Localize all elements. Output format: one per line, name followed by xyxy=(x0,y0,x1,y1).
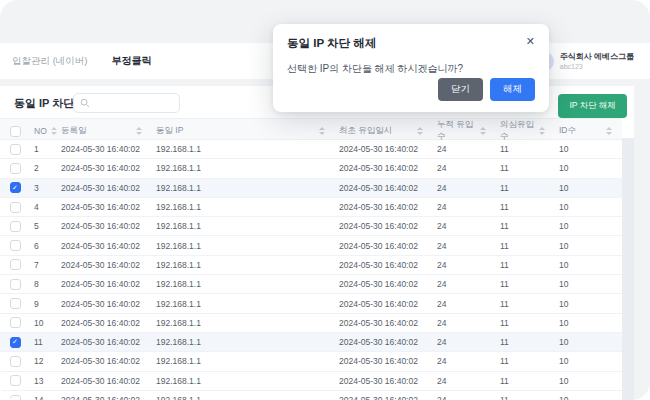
table-row[interactable]: 92024-05-30 16:40:02192.168.1.12024-05-3… xyxy=(0,294,622,313)
row-checkbox[interactable] xyxy=(10,279,21,290)
cell-reg-date: 2024-05-30 16:40:02 xyxy=(57,314,152,332)
row-checkbox[interactable] xyxy=(10,317,21,328)
sort-icon[interactable] xyxy=(136,127,142,135)
cell-no: 7 xyxy=(30,256,57,274)
cell-ip: 192.168.1.1 xyxy=(152,352,335,370)
table-row[interactable]: 12024-05-30 16:40:02192.168.1.12024-05-3… xyxy=(0,140,622,159)
row-checkbox[interactable] xyxy=(10,202,21,213)
cell-id-count: 10 xyxy=(555,352,622,370)
cell-suspicious: 11 xyxy=(496,352,555,370)
tab-bid-management[interactable]: 입찰관리 (네이버) xyxy=(12,55,87,68)
search-box[interactable] xyxy=(73,93,180,113)
sort-icon[interactable] xyxy=(417,127,423,135)
user-menu[interactable]: 주식회사 에베스그룹 abc123 xyxy=(535,52,634,71)
row-checkbox[interactable] xyxy=(10,356,21,367)
cell-cumulative: 24 xyxy=(433,159,496,177)
sort-icon[interactable] xyxy=(539,127,545,135)
row-checkbox[interactable] xyxy=(10,395,21,400)
cell-cumulative: 24 xyxy=(433,333,496,351)
cell-ip: 192.168.1.1 xyxy=(152,314,335,332)
cell-ip: 192.168.1.1 xyxy=(152,140,335,158)
cell-cumulative: 24 xyxy=(433,294,496,312)
modal-confirm-button[interactable]: 해제 xyxy=(490,78,535,101)
cell-reg-date: 2024-05-30 16:40:02 xyxy=(57,256,152,274)
cell-first-inflow: 2024-05-30 16:40:02 xyxy=(335,140,433,158)
cell-id-count: 10 xyxy=(555,140,622,158)
table-row[interactable]: 122024-05-30 16:40:02192.168.1.12024-05-… xyxy=(0,352,622,371)
table-row[interactable]: 22024-05-30 16:40:02192.168.1.12024-05-3… xyxy=(0,159,622,178)
close-icon[interactable]: ✕ xyxy=(526,36,535,47)
sort-icon[interactable] xyxy=(319,127,325,135)
table-row[interactable]: 72024-05-30 16:40:02192.168.1.12024-05-3… xyxy=(0,256,622,275)
cell-ip: 192.168.1.1 xyxy=(152,372,335,390)
cell-first-inflow: 2024-05-30 16:40:02 xyxy=(335,391,433,400)
row-checkbox[interactable] xyxy=(10,221,21,232)
table-row[interactable]: 132024-05-30 16:40:02192.168.1.12024-05-… xyxy=(0,372,622,391)
cell-ip: 192.168.1.1 xyxy=(152,256,335,274)
sort-icon[interactable] xyxy=(606,127,612,135)
table-scrollbar[interactable] xyxy=(622,138,634,400)
app-page: 입찰관리 (네이버) 부정클릭 주식회사 에베스그룹 abc123 동일 IP … xyxy=(0,0,650,400)
cell-id-count: 10 xyxy=(555,391,622,400)
cell-suspicious: 11 xyxy=(496,294,555,312)
cell-suspicious: 11 xyxy=(496,236,555,254)
row-checkbox[interactable]: ✓ xyxy=(10,337,21,348)
cell-suspicious: 11 xyxy=(496,198,555,216)
search-input[interactable] xyxy=(94,97,173,109)
sort-icon[interactable] xyxy=(51,127,57,135)
cell-ip: 192.168.1.1 xyxy=(152,236,335,254)
table-row[interactable]: ✓32024-05-30 16:40:02192.168.1.12024-05-… xyxy=(0,179,622,198)
ip-block-list-card: 동일 IP 차단 목록 IP 차단 해제 NO등록일동일 IP최초 유입일시누적… xyxy=(0,86,634,400)
table-row[interactable]: 52024-05-30 16:40:02192.168.1.12024-05-3… xyxy=(0,217,622,236)
cell-first-inflow: 2024-05-30 16:40:02 xyxy=(335,314,433,332)
cell-reg-date: 2024-05-30 16:40:02 xyxy=(57,179,152,197)
cell-no: 4 xyxy=(30,198,57,216)
row-checkbox[interactable]: ✓ xyxy=(10,182,21,193)
cell-suspicious: 11 xyxy=(496,391,555,400)
table-row[interactable]: 142024-05-30 16:40:02192.168.1.12024-05-… xyxy=(0,391,622,400)
cell-first-inflow: 2024-05-30 16:40:02 xyxy=(335,159,433,177)
unblock-confirm-modal: 동일 IP 차단 해제 ✕ 선택한 IP의 차단을 해제 하시겠습니까? 닫기 … xyxy=(273,24,549,112)
modal-close-button[interactable]: 닫기 xyxy=(438,78,483,101)
cell-cumulative: 24 xyxy=(433,217,496,235)
cell-suspicious: 11 xyxy=(496,179,555,197)
cell-no: 1 xyxy=(30,140,57,158)
cell-reg-date: 2024-05-30 16:40:02 xyxy=(57,352,152,370)
select-all-checkbox[interactable] xyxy=(10,126,21,137)
row-checkbox[interactable] xyxy=(10,144,21,155)
tab-fraud-click[interactable]: 부정클릭 xyxy=(111,54,151,68)
cell-suspicious: 11 xyxy=(496,217,555,235)
cell-id-count: 10 xyxy=(555,198,622,216)
table-header-row: NO등록일동일 IP최초 유입일시누적 유입수의심유입수ID수 xyxy=(0,118,622,140)
row-checkbox[interactable] xyxy=(10,298,21,309)
user-company-name: 주식회사 에베스그룹 xyxy=(560,52,634,62)
table-row[interactable]: 62024-05-30 16:40:02192.168.1.12024-05-3… xyxy=(0,236,622,255)
row-checkbox[interactable] xyxy=(10,240,21,251)
table-row[interactable]: 102024-05-30 16:40:02192.168.1.12024-05-… xyxy=(0,314,622,333)
cell-cumulative: 24 xyxy=(433,256,496,274)
modal-title: 동일 IP 차단 해제 xyxy=(287,36,376,51)
row-checkbox[interactable] xyxy=(10,163,21,174)
ip-unblock-button[interactable]: IP 차단 해제 xyxy=(558,94,627,118)
table-row[interactable]: 82024-05-30 16:40:02192.168.1.12024-05-3… xyxy=(0,275,622,294)
cell-reg-date: 2024-05-30 16:40:02 xyxy=(57,159,152,177)
table-body: 12024-05-30 16:40:02192.168.1.12024-05-3… xyxy=(0,140,622,400)
sort-icon[interactable] xyxy=(480,127,486,135)
row-checkbox[interactable] xyxy=(10,375,21,386)
row-checkbox[interactable] xyxy=(10,259,21,270)
cell-reg-date: 2024-05-30 16:40:02 xyxy=(57,372,152,390)
column-header-label: 동일 IP xyxy=(156,125,183,137)
cell-first-inflow: 2024-05-30 16:40:02 xyxy=(335,372,433,390)
cell-suspicious: 11 xyxy=(496,372,555,390)
cell-cumulative: 24 xyxy=(433,236,496,254)
cell-reg-date: 2024-05-30 16:40:02 xyxy=(57,217,152,235)
cell-no: 9 xyxy=(30,294,57,312)
cell-no: 14 xyxy=(30,391,57,400)
cell-ip: 192.168.1.1 xyxy=(152,198,335,216)
table-row[interactable]: ✓112024-05-30 16:40:02192.168.1.12024-05… xyxy=(0,333,622,352)
table-row[interactable]: 42024-05-30 16:40:02192.168.1.12024-05-3… xyxy=(0,198,622,217)
column-header-label: ID수 xyxy=(559,125,576,137)
cell-cumulative: 24 xyxy=(433,198,496,216)
cell-id-count: 10 xyxy=(555,275,622,293)
cell-cumulative: 24 xyxy=(433,275,496,293)
